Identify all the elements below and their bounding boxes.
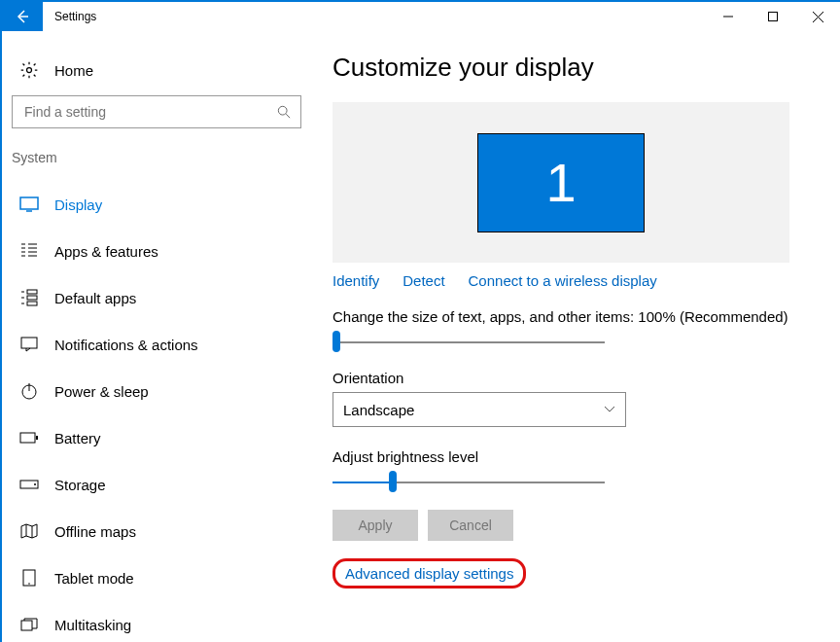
orientation-value: Landscape bbox=[343, 402, 414, 418]
sidebar-item-multitasking[interactable]: Multitasking bbox=[2, 601, 311, 642]
page-title: Customize your display bbox=[332, 53, 811, 83]
multitasking-icon bbox=[19, 615, 39, 634]
svg-rect-23 bbox=[27, 302, 37, 305]
sidebar-item-label: Battery bbox=[54, 430, 101, 446]
sidebar: Home System Display Apps & features bbox=[2, 31, 311, 642]
svg-rect-28 bbox=[36, 436, 38, 440]
slider-thumb[interactable] bbox=[332, 331, 340, 352]
sidebar-item-label: Multitasking bbox=[54, 617, 131, 633]
monitor-thumbnail[interactable]: 1 bbox=[477, 133, 645, 232]
svg-rect-35 bbox=[21, 621, 32, 630]
chevron-down-icon bbox=[604, 406, 615, 413]
sidebar-item-apps-features[interactable]: Apps & features bbox=[2, 228, 311, 274]
wireless-display-link[interactable]: Connect to a wireless display bbox=[469, 272, 657, 289]
scale-label: Change the size of text, apps, and other… bbox=[332, 308, 811, 325]
svg-point-30 bbox=[34, 483, 36, 485]
sidebar-item-label: Tablet mode bbox=[54, 570, 134, 587]
maximize-button[interactable] bbox=[751, 2, 795, 31]
tablet-icon bbox=[19, 568, 39, 588]
brightness-slider[interactable] bbox=[332, 471, 605, 492]
storage-icon bbox=[19, 475, 39, 494]
monitor-number: 1 bbox=[545, 151, 576, 214]
advanced-display-settings-link[interactable]: Advanced display settings bbox=[332, 558, 526, 588]
sidebar-item-notifications[interactable]: Notifications & actions bbox=[2, 321, 311, 368]
window-title: Settings bbox=[43, 2, 96, 31]
minimize-button[interactable] bbox=[706, 2, 751, 31]
sidebar-item-storage[interactable]: Storage bbox=[2, 461, 311, 508]
home-label: Home bbox=[54, 62, 93, 79]
map-icon bbox=[19, 521, 39, 541]
sidebar-item-label: Notifications & actions bbox=[54, 337, 198, 353]
sidebar-item-display[interactable]: Display bbox=[2, 181, 311, 228]
brightness-label: Adjust brightness level bbox=[332, 448, 811, 465]
main-panel: Customize your display 1 Identify Detect… bbox=[311, 31, 840, 642]
svg-rect-24 bbox=[21, 338, 37, 348]
sidebar-item-label: Apps & features bbox=[54, 243, 158, 260]
svg-line-7 bbox=[286, 114, 290, 118]
sidebar-item-offline-maps[interactable]: Offline maps bbox=[2, 508, 311, 554]
display-actions: Identify Detect Connect to a wireless di… bbox=[332, 272, 811, 289]
sidebar-item-label: Power & sleep bbox=[54, 383, 149, 400]
sidebar-item-label: Display bbox=[54, 196, 102, 213]
sidebar-item-label: Storage bbox=[54, 477, 106, 493]
svg-rect-2 bbox=[769, 13, 778, 21]
sidebar-item-home[interactable]: Home bbox=[2, 54, 311, 95]
svg-point-34 bbox=[28, 583, 30, 585]
default-apps-icon bbox=[19, 288, 39, 307]
identify-link[interactable]: Identify bbox=[332, 272, 379, 289]
power-icon bbox=[19, 381, 39, 401]
scale-slider[interactable] bbox=[332, 331, 605, 352]
sidebar-item-tablet-mode[interactable]: Tablet mode bbox=[2, 554, 311, 601]
svg-rect-8 bbox=[20, 197, 38, 209]
battery-icon bbox=[19, 428, 39, 447]
svg-rect-21 bbox=[27, 290, 37, 294]
display-icon bbox=[19, 195, 39, 214]
title-bar: Settings bbox=[2, 2, 840, 31]
gear-icon bbox=[19, 60, 39, 80]
orientation-label: Orientation bbox=[332, 370, 811, 386]
svg-rect-22 bbox=[27, 296, 37, 300]
apps-icon bbox=[19, 241, 39, 261]
sidebar-item-default-apps[interactable]: Default apps bbox=[2, 274, 311, 321]
orientation-select[interactable]: Landscape bbox=[332, 392, 626, 427]
cancel-button[interactable]: Cancel bbox=[428, 510, 513, 541]
apply-cancel-row: Apply Cancel bbox=[332, 510, 811, 541]
slider-thumb[interactable] bbox=[389, 471, 397, 492]
apply-button[interactable]: Apply bbox=[332, 510, 418, 541]
search-field[interactable] bbox=[22, 103, 277, 121]
detect-link[interactable]: Detect bbox=[402, 272, 444, 289]
svg-rect-27 bbox=[20, 433, 35, 443]
display-preview: 1 bbox=[332, 102, 789, 263]
sidebar-item-battery[interactable]: Battery bbox=[2, 414, 311, 461]
notifications-icon bbox=[19, 335, 39, 354]
sidebar-section-label: System bbox=[2, 146, 311, 181]
close-button[interactable] bbox=[795, 2, 840, 31]
svg-point-5 bbox=[27, 68, 32, 73]
back-button[interactable] bbox=[2, 2, 43, 31]
svg-point-6 bbox=[278, 106, 287, 115]
search-icon bbox=[277, 105, 291, 119]
search-input[interactable] bbox=[12, 95, 301, 128]
sidebar-item-label: Offline maps bbox=[54, 523, 136, 540]
window-controls bbox=[706, 2, 840, 31]
sidebar-item-label: Default apps bbox=[54, 290, 136, 306]
sidebar-item-power-sleep[interactable]: Power & sleep bbox=[2, 368, 311, 414]
